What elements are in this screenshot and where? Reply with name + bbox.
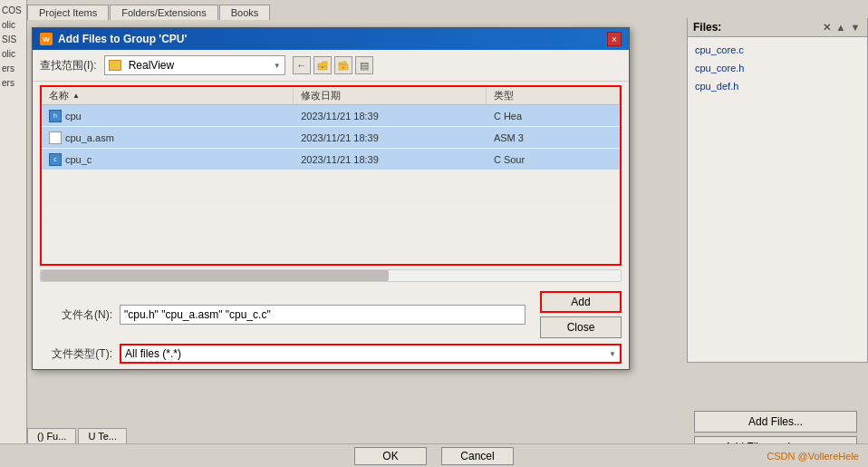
- sidebar-cos: COS: [2, 4, 24, 18]
- horizontal-scrollbar[interactable]: [40, 269, 622, 282]
- table-row[interactable]: h cpu 2023/11/21 18:39 C Hea: [42, 105, 620, 127]
- cancel-button[interactable]: Cancel: [441, 447, 514, 465]
- add-files-dialog: W Add Files to Group 'CPU' × 查找范围(I): Re…: [32, 27, 630, 370]
- table-row[interactable]: c cpu_c 2023/11/21 18:39 C Sour: [42, 149, 620, 170]
- dialog-title-text: Add Files to Group 'CPU': [58, 33, 187, 45]
- col-header-name[interactable]: 名称 ▲: [42, 87, 294, 104]
- files-panel: Files: ✕ ▲ ▼ cpu_core.c cpu_core.h cpu_d…: [687, 18, 868, 363]
- page-bottom-bar: OK Cancel CSDN @VollereHele: [0, 443, 868, 467]
- filetype-row: 文件类型(T): All files (*.*) ▼: [40, 344, 622, 364]
- back-button[interactable]: ←: [293, 56, 311, 74]
- folder-icon: [109, 60, 121, 71]
- filetype-dropdown-arrow-icon: ▼: [609, 350, 616, 358]
- up-folder-button[interactable]: [313, 56, 332, 74]
- tab-books[interactable]: Books: [219, 5, 271, 20]
- filelist-body: h cpu 2023/11/21 18:39 C Hea cpu_a.asm 2…: [42, 105, 620, 264]
- sidebar-text-3: olic: [2, 47, 24, 62]
- tab-bottom-2[interactable]: U Te...: [78, 428, 127, 443]
- file-icon-c: c: [49, 153, 62, 166]
- file-date-cell: 2023/11/21 18:39: [294, 132, 487, 143]
- files-panel-title: Files:: [693, 21, 721, 34]
- dialog-title-left: W Add Files to Group 'CPU': [40, 33, 187, 45]
- dialog-toolbar: 查找范围(I): RealView ▼ ← + ▤: [33, 50, 629, 82]
- add-files-button[interactable]: Add Files...: [694, 411, 857, 433]
- new-folder-button[interactable]: +: [334, 56, 352, 74]
- folder-name: RealView: [129, 59, 174, 72]
- file-date-cell: 2023/11/21 18:39: [294, 154, 487, 165]
- top-tabs: Project Items Folders/Extensions Books: [27, 0, 687, 20]
- table-row-empty: [42, 170, 620, 198]
- dropdown-arrow-icon: ▼: [274, 62, 281, 70]
- file-type-cell: ASM 3: [487, 132, 620, 143]
- file-type-cell: C Sour: [487, 154, 620, 165]
- files-panel-icons: ✕ ▲ ▼: [820, 21, 862, 34]
- sort-arrow-icon: ▲: [72, 92, 80, 100]
- filename-label: 文件名(N):: [40, 307, 112, 323]
- table-row[interactable]: cpu_a.asm 2023/11/21 18:39 ASM 3: [42, 127, 620, 149]
- col-header-type[interactable]: 类型: [487, 87, 620, 104]
- sidebar-text-2: SIS: [2, 33, 24, 47]
- files-panel-item-1[interactable]: cpu_core.h: [691, 59, 863, 77]
- add-close-buttons: Add Close: [540, 291, 622, 338]
- svg-text:+: +: [342, 64, 344, 70]
- sidebar-text-4: ers: [2, 62, 24, 76]
- dialog-titlebar: W Add Files to Group 'CPU' ×: [33, 28, 629, 50]
- files-panel-item-0[interactable]: cpu_core.c: [691, 41, 863, 59]
- sidebar-text-5: ers: [2, 76, 24, 91]
- add-button[interactable]: Add: [540, 291, 622, 313]
- file-icon-asm: [49, 131, 62, 144]
- files-panel-down-icon[interactable]: ▼: [849, 21, 862, 34]
- file-icon-h: h: [49, 110, 62, 122]
- file-type-cell: C Hea: [487, 111, 620, 122]
- file-selection-box: 名称 ▲ 修改日期 类型 h cpu 2023/11/21 18:39 C He…: [40, 85, 622, 266]
- tab-bottom-1[interactable]: () Fu...: [27, 428, 76, 443]
- col-header-date[interactable]: 修改日期: [294, 87, 487, 104]
- file-date-cell: 2023/11/21 18:39: [294, 111, 487, 122]
- file-name-cell: h cpu: [42, 110, 294, 122]
- files-panel-item-2[interactable]: cpu_def.h: [691, 77, 863, 95]
- file-name-cell: c cpu_c: [42, 153, 294, 166]
- files-panel-close-icon[interactable]: ✕: [820, 21, 833, 34]
- ide-sidebar: COS olic SIS olic ers ers: [0, 0, 27, 467]
- bottom-tabs: () Fu... U Te...: [27, 428, 127, 443]
- tab-project-items[interactable]: Project Items: [27, 5, 109, 20]
- files-panel-header: Files: ✕ ▲ ▼: [688, 18, 867, 37]
- filename-row: 文件名(N): Add Close: [40, 291, 622, 338]
- dialog-close-button[interactable]: ×: [607, 32, 622, 46]
- files-panel-content: cpu_core.c cpu_core.h cpu_def.h: [688, 37, 867, 99]
- filetype-label: 文件类型(T):: [40, 346, 112, 362]
- dialog-fields: 文件名(N): Add Close 文件类型(T): All files (*.…: [33, 286, 629, 369]
- filename-input[interactable]: [120, 305, 526, 325]
- dialog-title-icon: W: [40, 33, 53, 45]
- tab-folders-extensions[interactable]: Folders/Extensions: [110, 5, 218, 20]
- files-panel-up-icon[interactable]: ▲: [834, 21, 847, 34]
- file-name-cell: cpu_a.asm: [42, 131, 294, 144]
- filelist-header: 名称 ▲ 修改日期 类型: [42, 87, 620, 105]
- search-range-label: 查找范围(I):: [40, 58, 97, 73]
- filetype-value: All files (*.*): [125, 347, 181, 360]
- watermark: CSDN @VollereHele: [767, 451, 859, 462]
- close-dialog-button[interactable]: Close: [540, 316, 622, 338]
- view-button[interactable]: ▤: [355, 56, 373, 74]
- ok-button[interactable]: OK: [354, 447, 427, 465]
- folder-dropdown[interactable]: RealView ▼: [104, 55, 285, 75]
- table-row-empty: [42, 198, 620, 225]
- toolbar-buttons: ← + ▤: [293, 56, 373, 74]
- sidebar-text-1: olic: [2, 18, 24, 33]
- filetype-dropdown[interactable]: All files (*.*) ▼: [120, 344, 622, 364]
